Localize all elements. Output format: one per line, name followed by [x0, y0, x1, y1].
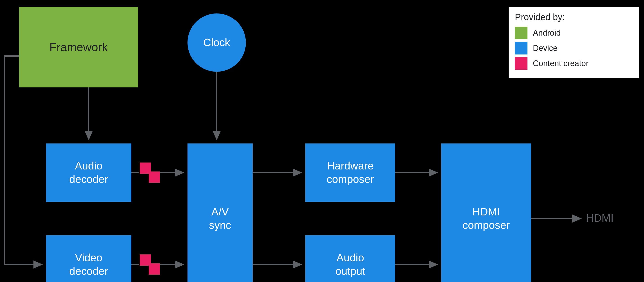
- node-hardware-composer: Hardware composer: [306, 143, 395, 202]
- legend-item-android: Android: [515, 27, 630, 39]
- node-hdmi-composer: HDMI composer: [441, 143, 531, 282]
- node-video-decoder-label: Video decoder: [69, 251, 108, 278]
- diagram-canvas: Framework Clock Audio decoder Video deco…: [0, 0, 644, 282]
- node-framework: Framework: [19, 7, 138, 87]
- node-av-sync-label: A/V sync: [209, 205, 231, 232]
- node-av-sync: A/V sync: [188, 143, 252, 282]
- content-creator-glyph-audio: [140, 162, 160, 183]
- output-hdmi-text: HDMI: [586, 212, 614, 224]
- node-clock-label: Clock: [203, 36, 230, 49]
- node-audio-decoder: Audio decoder: [46, 143, 131, 202]
- node-audio-decoder-label: Audio decoder: [69, 159, 108, 186]
- legend-label-android: Android: [533, 28, 561, 38]
- swatch-content-creator: [515, 57, 528, 70]
- node-framework-label: Framework: [50, 40, 108, 54]
- legend-item-device: Device: [515, 42, 630, 54]
- node-video-decoder: Video decoder: [46, 235, 131, 282]
- legend-label-device: Device: [533, 43, 558, 53]
- node-hdmi-composer-label: HDMI composer: [462, 205, 510, 232]
- legend-item-content-creator: Content creator: [515, 57, 630, 70]
- legend-label-content-creator: Content creator: [533, 59, 588, 68]
- content-creator-glyph-video: [140, 255, 160, 275]
- node-audio-output: Audio output: [306, 235, 395, 282]
- output-hdmi-label: HDMI: [586, 212, 614, 224]
- legend-title: Provided by:: [515, 12, 630, 22]
- swatch-android: [515, 27, 528, 39]
- node-audio-output-label: Audio output: [335, 251, 365, 278]
- node-clock: Clock: [188, 13, 246, 72]
- legend: Provided by: Android Device Content crea…: [508, 7, 639, 78]
- node-hardware-composer-label: Hardware composer: [327, 159, 374, 186]
- swatch-device: [515, 42, 528, 54]
